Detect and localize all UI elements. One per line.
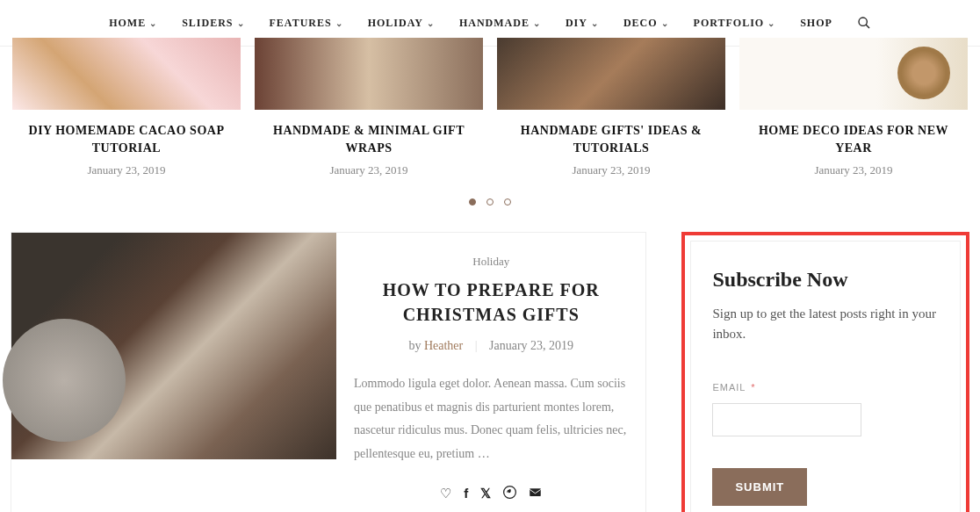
card-date: January 23, 2019: [12, 163, 241, 177]
nav-label: DIY: [566, 17, 587, 30]
heart-icon[interactable]: ♡: [440, 486, 451, 501]
post-body: Holiday HOW TO PREPARE FOR CHRISTMAS GIF…: [336, 233, 645, 512]
nav-handmade[interactable]: HANDMADE⌄: [459, 17, 541, 30]
nav-label: PORTFOLIO: [694, 17, 765, 30]
nav-sliders[interactable]: SLIDERS⌄: [182, 17, 244, 30]
chevron-down-icon: ⌄: [661, 18, 669, 28]
submit-button[interactable]: SUBMIT: [712, 468, 807, 506]
nav-label: SLIDERS: [182, 17, 233, 30]
post-image[interactable]: [11, 233, 336, 459]
carousel: DIY HOMEMADE CACAO SOAP TUTORIAL January…: [0, 38, 980, 177]
email-label: EMAIL *: [712, 382, 755, 393]
subscribe-text: Sign up to get the latest posts right in…: [712, 304, 939, 343]
required-mark: *: [751, 382, 755, 393]
chevron-down-icon: ⌄: [591, 18, 599, 28]
email-field[interactable]: [712, 403, 861, 436]
nav-label: HOLIDAY: [368, 17, 423, 30]
post-category[interactable]: Holiday: [354, 255, 628, 269]
post-meta: by Heather | January 23, 2019: [354, 339, 628, 353]
carousel-card[interactable]: HOME DECO IDEAS FOR NEW YEAR January 23,…: [739, 38, 968, 177]
nav-features[interactable]: FEATURES⌄: [270, 17, 343, 30]
card-image: [12, 38, 241, 110]
card-title: HANDMADE & MINIMAL GIFT WRAPS: [255, 122, 483, 156]
nav-label: HANDMADE: [459, 17, 530, 30]
chevron-down-icon: ⌄: [237, 18, 245, 28]
by-label: by: [408, 339, 421, 352]
chevron-down-icon: ⌄: [149, 18, 157, 28]
card-date: January 23, 2019: [739, 163, 968, 177]
carousel-dot[interactable]: [504, 198, 511, 206]
nav-portfolio[interactable]: PORTFOLIO⌄: [694, 17, 776, 30]
card-title: HOME DECO IDEAS FOR NEW YEAR: [739, 122, 968, 156]
carousel-card[interactable]: DIY HOMEMADE CACAO SOAP TUTORIAL January…: [12, 38, 241, 177]
post-excerpt: Lommodo ligula eget dolor. Aenean massa.…: [354, 372, 628, 465]
card-date: January 23, 2019: [255, 163, 483, 177]
pinterest-icon[interactable]: [503, 486, 516, 499]
carousel-card[interactable]: HANDMADE GIFTS' IDEAS & TUTORIALS Januar…: [497, 38, 725, 177]
card-image: [497, 38, 725, 110]
card-image: [255, 38, 483, 110]
nav-shop[interactable]: SHOP: [800, 17, 832, 30]
subscribe-widget: Subscribe Now Sign up to get the latest …: [690, 241, 961, 512]
main-content: Holiday HOW TO PREPARE FOR CHRISTMAS GIF…: [0, 232, 980, 512]
svg-point-0: [859, 18, 867, 25]
share-bar: ♡ f 𝕏: [354, 486, 628, 501]
post-date: January 23, 2019: [489, 339, 573, 352]
chevron-down-icon: ⌄: [533, 18, 541, 28]
carousel-dots: [0, 198, 980, 206]
nav-label: DECO: [623, 17, 658, 30]
nav-label: FEATURES: [270, 17, 332, 30]
chevron-down-icon: ⌄: [427, 18, 435, 28]
chevron-down-icon: ⌄: [335, 18, 343, 28]
nav-home[interactable]: HOME⌄: [109, 17, 157, 30]
subscribe-widget-highlight: Subscribe Now Sign up to get the latest …: [681, 232, 969, 512]
nav-deco[interactable]: DECO⌄: [623, 17, 669, 30]
card-title: HANDMADE GIFTS' IDEAS & TUTORIALS: [497, 122, 725, 156]
svg-line-1: [866, 25, 869, 28]
facebook-icon[interactable]: f: [464, 486, 468, 501]
search-icon[interactable]: [857, 16, 871, 30]
subscribe-heading: Subscribe Now: [712, 268, 939, 292]
post-author[interactable]: Heather: [424, 339, 463, 352]
carousel-dot[interactable]: [469, 198, 476, 206]
svg-rect-3: [530, 488, 541, 496]
nav-holiday[interactable]: HOLIDAY⌄: [368, 17, 435, 30]
meta-separator: |: [475, 339, 478, 352]
nav-diy[interactable]: DIY⌄: [566, 17, 599, 30]
card-image: [739, 38, 968, 110]
chevron-down-icon: ⌄: [767, 18, 775, 28]
email-label-text: EMAIL: [712, 382, 746, 393]
carousel-dot[interactable]: [486, 198, 494, 206]
card-date: January 23, 2019: [497, 163, 725, 177]
featured-post: Holiday HOW TO PREPARE FOR CHRISTMAS GIF…: [11, 232, 646, 512]
nav-label: HOME: [109, 17, 146, 30]
carousel-card[interactable]: HANDMADE & MINIMAL GIFT WRAPS January 23…: [255, 38, 483, 177]
email-icon[interactable]: [529, 486, 542, 499]
card-title: DIY HOMEMADE CACAO SOAP TUTORIAL: [12, 122, 241, 156]
x-icon[interactable]: 𝕏: [480, 486, 491, 501]
post-title[interactable]: HOW TO PREPARE FOR CHRISTMAS GIFTS: [354, 278, 628, 327]
